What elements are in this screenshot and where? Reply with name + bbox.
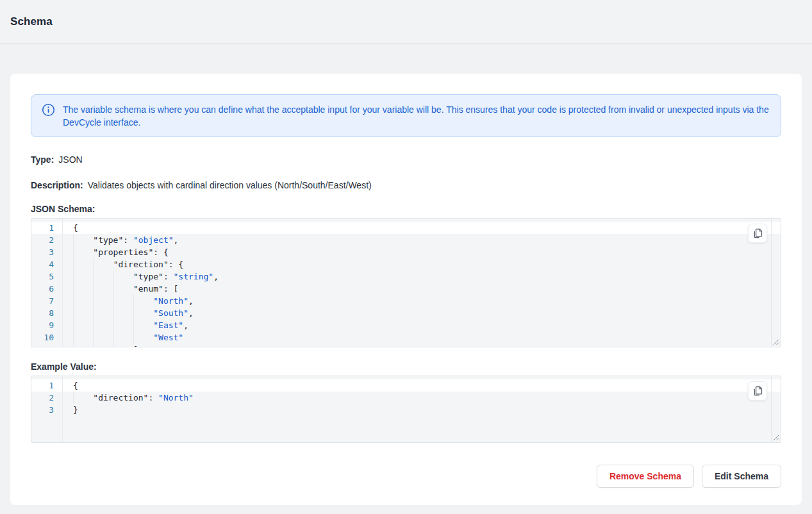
indent-guide	[113, 283, 114, 295]
code-line: }	[62, 404, 781, 416]
line-numbers: 123	[31, 379, 62, 416]
type-label: Type:	[31, 154, 54, 165]
page-title: Schema	[10, 15, 53, 28]
indent-guide	[113, 319, 114, 331]
indent-guide	[73, 307, 74, 319]
code-line: "direction": "North"	[62, 392, 781, 404]
code-line: "West"	[62, 331, 781, 344]
line-number: 1	[31, 222, 62, 234]
indent-guide	[73, 234, 74, 246]
indent-guide	[73, 283, 74, 295]
code-line: "type": "object",	[62, 234, 781, 246]
code-lines: { "type": "object", "properties": { "dir…	[62, 222, 781, 347]
indent-guide	[73, 331, 74, 344]
indent-guide	[93, 331, 94, 344]
indent-guide	[93, 295, 94, 307]
code-line: "direction": {	[62, 258, 781, 270]
description-label: Description:	[31, 180, 83, 190]
schema-page: Schema The variable schema is where you …	[0, 0, 812, 514]
json-schema-label: JSON Schema:	[31, 203, 781, 215]
indent-guide	[113, 270, 114, 283]
code-line: {	[62, 379, 781, 392]
description-field: Description:Validates objects with cardi…	[31, 179, 781, 192]
line-numbers: 1234567891011	[31, 222, 62, 347]
indent-guide	[113, 307, 114, 319]
code-line: "properties": {	[62, 246, 781, 258]
line-number: 5	[31, 270, 62, 283]
page-header: Schema	[0, 0, 812, 44]
line-number: 4	[31, 258, 62, 270]
edit-schema-button[interactable]: Edit Schema	[702, 465, 781, 488]
line-number: 2	[31, 392, 62, 404]
copy-button[interactable]	[748, 224, 767, 243]
code-line: "North",	[62, 295, 781, 307]
indent-guide	[93, 319, 94, 331]
indent-guide	[73, 392, 74, 404]
alert-text: The variable schema is where you can def…	[63, 103, 770, 129]
line-number: 3	[31, 246, 62, 258]
line-number: 1	[31, 379, 62, 392]
indent-guide	[93, 270, 94, 283]
indent-guide	[133, 307, 134, 319]
scrollbar-track-divider	[771, 376, 772, 442]
copy-icon	[752, 228, 763, 238]
line-number: 8	[31, 307, 62, 319]
indent-guide	[73, 246, 74, 258]
copy-button[interactable]	[748, 381, 767, 401]
indent-guide	[73, 270, 74, 283]
actions-row: Remove Schema Edit Schema	[31, 465, 781, 488]
type-value: JSON	[58, 154, 82, 165]
info-alert: The variable schema is where you can def…	[31, 94, 781, 137]
line-number: 2	[31, 234, 62, 246]
indent-guide	[73, 258, 74, 270]
code-line: "South",	[62, 307, 781, 319]
indent-guide	[73, 319, 74, 331]
resize-grip[interactable]	[772, 434, 780, 442]
description-value: Validates objects with cardinal directio…	[88, 180, 372, 190]
indent-guide	[113, 344, 114, 347]
indent-guide	[133, 331, 134, 344]
line-number: 10	[31, 331, 62, 344]
schema-card: The variable schema is where you can def…	[10, 74, 802, 505]
scrollbar-track-divider	[771, 219, 772, 347]
type-field: Type:JSON	[31, 153, 781, 166]
info-circle-icon	[42, 103, 55, 117]
line-number: 7	[31, 295, 62, 307]
line-number: 11	[31, 344, 62, 347]
indent-guide	[73, 344, 74, 347]
indent-guide	[113, 295, 114, 307]
line-number: 9	[31, 319, 62, 331]
resize-grip[interactable]	[772, 338, 780, 346]
code-line: {	[62, 222, 781, 234]
gutter-divider	[62, 376, 63, 442]
gutter-divider	[62, 219, 63, 347]
code-line: "type": "string",	[62, 270, 781, 283]
remove-schema-button[interactable]: Remove Schema	[597, 465, 694, 488]
indent-guide	[113, 331, 114, 344]
json-schema-editor[interactable]: 1234567891011 { "type": "object", "prope…	[31, 218, 781, 347]
copy-icon	[752, 386, 763, 396]
code-lines: { "direction": "North"}	[62, 379, 781, 416]
indent-guide	[93, 258, 94, 270]
indent-guide	[133, 319, 134, 331]
code-line: "East",	[62, 319, 781, 331]
indent-guide	[93, 283, 94, 295]
example-value-label: Example Value:	[31, 360, 781, 373]
example-value-editor[interactable]: 123 { "direction": "North"}	[31, 376, 781, 443]
line-number: 3	[31, 404, 62, 416]
line-number: 6	[31, 283, 62, 295]
code-line: "enum": [	[62, 283, 781, 295]
indent-guide	[93, 307, 94, 319]
indent-guide	[73, 295, 74, 307]
indent-guide	[93, 344, 94, 347]
code-line: ]	[62, 344, 781, 347]
indent-guide	[133, 295, 134, 307]
